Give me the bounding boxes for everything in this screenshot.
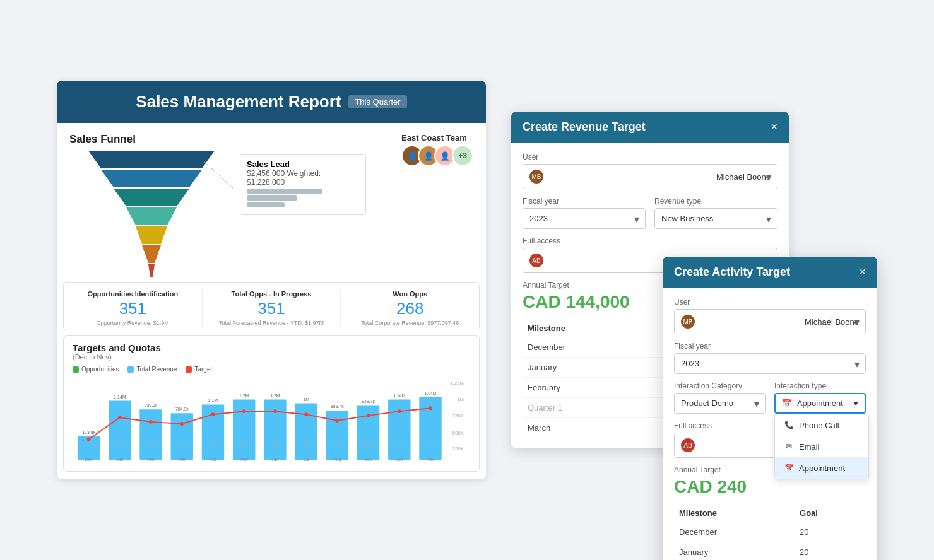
milestone-month-2: February <box>523 378 670 398</box>
revenue-modal-close[interactable]: × <box>771 120 777 134</box>
svg-rect-34 <box>295 403 317 460</box>
interaction-type-select[interactable]: 📅 Appointment ▾ <box>774 393 866 414</box>
svg-text:Jun: Jun <box>271 457 278 462</box>
dropdown-item-email[interactable]: ✉ Email <box>775 436 868 457</box>
activity-milestone-goal-0: 20 <box>795 522 866 542</box>
svg-text:1.25M: 1.25M <box>450 380 464 386</box>
svg-text:250K: 250K <box>452 446 464 452</box>
funnel-svg <box>69 151 234 277</box>
activity-fiscal-year-wrap[interactable]: 2023 <box>674 353 866 374</box>
activity-modal-close[interactable]: × <box>859 265 866 279</box>
revenue-type-select[interactable]: New Business <box>654 208 777 229</box>
legend-item-0: Opportunities <box>73 366 119 373</box>
svg-point-52 <box>180 422 184 426</box>
targets-sub: (Dec to Nov) <box>73 353 470 361</box>
svg-text:370: 370 <box>396 441 403 445</box>
legend-item-1: Total Revenue <box>127 366 177 373</box>
svg-rect-28 <box>233 400 255 460</box>
report-title: Sales Management Report <box>136 92 341 112</box>
svg-rect-43 <box>388 400 410 460</box>
revenue-type-wrap[interactable]: New Business <box>654 208 777 229</box>
dropdown-item-label-0: Phone Call <box>799 421 839 430</box>
legend-label-1: Total Revenue <box>136 366 177 373</box>
svg-text:280: 280 <box>117 441 124 445</box>
sales-lead-title: Sales Lead <box>247 160 359 169</box>
stat-value-2: 268 <box>347 299 473 318</box>
interaction-type-group: Interaction type 📅 Appointment ▾ 📞 Phone… <box>774 382 866 414</box>
activity-user-select-wrap[interactable]: MB Michael Boone <box>674 309 866 334</box>
legend-label-0: Opportunities <box>81 366 119 373</box>
svg-text:Mar: Mar <box>178 457 186 462</box>
stat-value-1: 351 <box>209 299 334 318</box>
user-avatar-icon: MB <box>529 170 547 184</box>
revenue-modal-title: Create Revenue Target <box>523 120 646 134</box>
targets-section: Targets and Quotas (Dec to Nov) Opportun… <box>63 335 480 472</box>
right-panel: Create Revenue Target × User MB Michael … <box>511 112 877 448</box>
svg-point-55 <box>273 409 277 413</box>
milestone-month-0: December <box>523 337 670 358</box>
interaction-category-wrap[interactable]: Product Demo <box>674 393 766 414</box>
user-label: User <box>523 153 777 161</box>
fiscal-year-wrap[interactable]: 2023 <box>523 208 646 229</box>
activity-modal-title: Create Activity Target <box>674 265 790 279</box>
stat-sub-1: Total Forecasted Revenue - YTD: $1.97M <box>209 320 334 326</box>
report-header: Sales Management Report This Quarter <box>57 81 486 123</box>
dropdown-item-label-2: Appointment <box>799 464 845 473</box>
svg-marker-5 <box>142 245 161 263</box>
sales-bar-1 <box>247 189 322 194</box>
svg-rect-31 <box>264 400 286 460</box>
quarter-badge: This Quarter <box>348 95 406 108</box>
interaction-type-label: Interaction type <box>774 382 866 390</box>
svg-text:675.9k: 675.9k <box>363 441 374 445</box>
fiscal-year-select[interactable]: 2023 <box>523 208 646 229</box>
dropdown-item-phone-call[interactable]: 📞 Phone Call <box>775 414 868 436</box>
svg-point-54 <box>242 409 246 413</box>
stats-row: Opportunities Identification 351 Opportu… <box>64 290 479 326</box>
activity-modal-header: Create Activity Target × <box>663 257 877 288</box>
svg-point-59 <box>398 409 401 413</box>
user-select[interactable]: MB Michael Boone <box>523 164 777 189</box>
activity-fiscal-year-select[interactable]: 2023 <box>674 353 866 374</box>
svg-text:889.4k: 889.4k <box>331 404 344 409</box>
activity-user-select[interactable]: MB Michael Boone <box>674 309 866 334</box>
stats-box: Opportunities Identification 351 Opportu… <box>63 282 480 330</box>
svg-text:380: 380 <box>210 441 217 445</box>
revenue-type-value: New Business <box>661 214 713 223</box>
user-field-group: User MB Michael Boone <box>523 153 777 189</box>
chart-svg: 1.25M 1M 750K 500K 250K 173.8k Dec 1.14M… <box>73 376 470 465</box>
svg-line-7 <box>202 160 234 189</box>
legend-label-2: Target <box>194 366 212 373</box>
svg-text:Nov: Nov <box>427 457 435 462</box>
svg-point-57 <box>335 419 339 423</box>
activity-user-value: Michael Boone <box>805 317 859 327</box>
milestone-month-4: March <box>523 418 670 438</box>
stat-value-0: 351 <box>70 299 196 318</box>
svg-text:948.7k: 948.7k <box>362 399 375 404</box>
dropdown-item-appointment[interactable]: 📅 Appointment <box>775 457 868 479</box>
left-panel: Sales Management Report This Quarter Sal… <box>57 81 486 479</box>
svg-text:939.3k: 939.3k <box>145 403 158 407</box>
svg-text:1.2M: 1.2M <box>239 394 249 398</box>
svg-text:Oct: Oct <box>396 457 403 462</box>
svg-text:320: 320 <box>148 441 155 445</box>
svg-text:400: 400 <box>427 441 434 445</box>
legend-item-2: Target <box>186 366 212 373</box>
svg-point-58 <box>367 414 370 417</box>
svg-text:1.2M: 1.2M <box>270 394 280 398</box>
svg-text:Jul: Jul <box>304 457 309 462</box>
svg-text:Sep: Sep <box>364 457 372 462</box>
svg-point-56 <box>304 412 308 416</box>
interaction-category-label: Interaction Category <box>674 382 766 390</box>
stat-label-2: Won Opps <box>347 290 473 298</box>
activity-fiscal-year-value: 2023 <box>681 359 699 368</box>
activity-user-label: User <box>674 298 866 306</box>
user-select-wrap[interactable]: MB Michael Boone <box>523 164 777 189</box>
full-access-label: Full access <box>523 236 777 245</box>
activity-target-modal: Create Activity Target × User MB Michael… <box>663 257 877 560</box>
interaction-category-select[interactable]: Product Demo <box>674 393 766 414</box>
interaction-type-dropdown: 📞 Phone Call ✉ Email 📅 Appointment <box>774 414 869 479</box>
email-icon: ✉ <box>784 441 794 452</box>
activity-milestone-table: Milestone Goal December 20 January 20 <box>674 505 866 560</box>
sales-lead-amount: $2,456,000 Weighted: $1,228,000 <box>247 169 359 187</box>
revenue-type-label: Revenue type <box>654 197 777 206</box>
